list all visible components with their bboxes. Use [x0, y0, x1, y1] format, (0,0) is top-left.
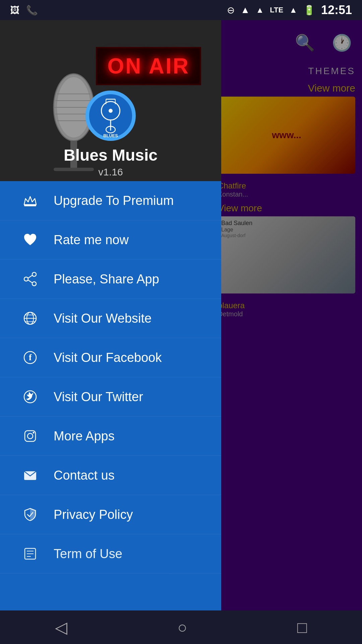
svg-point-25	[24, 277, 28, 281]
svg-point-24	[32, 282, 36, 286]
twitter-icon	[17, 389, 44, 404]
shield-icon	[17, 507, 44, 522]
instagram-icon	[17, 429, 44, 443]
menu-item-upgrade[interactable]: Upgrade To Premium	[0, 181, 221, 220]
svg-point-38	[33, 432, 35, 434]
phone-icon: 📞	[26, 5, 38, 16]
back-button[interactable]: ◁	[55, 618, 67, 637]
app-version: v1.16	[98, 166, 123, 178]
drawer-menu: Upgrade To Premium Rate me now	[0, 181, 221, 644]
upgrade-label: Upgrade To Premium	[54, 194, 174, 208]
app-title: Blues Music	[64, 146, 158, 164]
home-button[interactable]: ○	[177, 618, 187, 637]
menu-item-more-apps[interactable]: More Apps	[0, 417, 221, 456]
menu-item-rate[interactable]: Rate me now	[0, 220, 221, 260]
website-label: Visit Our Website	[54, 311, 152, 326]
globe-icon	[17, 311, 44, 326]
signal2-icon: ▲	[289, 5, 297, 15]
list-icon	[17, 546, 44, 561]
menu-item-terms[interactable]: Term of Use	[0, 534, 221, 574]
navigation-drawer: ON AIR BLUES Blues Music v1.16	[0, 20, 221, 644]
svg-rect-22	[24, 205, 36, 206]
status-right-icons: ⊖ ▲ ▲ LTE ▲ 🔋 12:51	[227, 3, 352, 17]
rate-label: Rate me now	[54, 233, 129, 247]
drawer-scrim[interactable]	[221, 20, 362, 610]
photo-icon: 🖼	[10, 5, 19, 16]
recent-button[interactable]: □	[297, 618, 307, 637]
share-label: Please, Share App	[54, 272, 159, 286]
svg-line-26	[28, 275, 32, 278]
crown-icon	[17, 193, 44, 208]
status-bar: 🖼 📞 ⊖ ▲ ▲ LTE ▲ 🔋 12:51	[0, 0, 362, 20]
svg-marker-21	[24, 197, 36, 205]
more-apps-label: More Apps	[54, 429, 115, 443]
svg-line-27	[28, 280, 32, 283]
svg-point-14	[109, 109, 113, 113]
battery-icon: 🔋	[303, 5, 315, 16]
svg-point-37	[27, 433, 33, 439]
wifi-icon: ▲	[241, 5, 250, 15]
facebook-label: Visit Our Facebook	[54, 351, 162, 365]
mail-icon	[17, 468, 44, 483]
on-air-sign: ON AIR	[96, 47, 201, 85]
heart-icon	[17, 232, 44, 247]
signal-icon: ▲	[256, 5, 264, 15]
do-not-disturb-icon: ⊖	[227, 5, 235, 16]
privacy-label: Privacy Policy	[54, 507, 133, 522]
twitter-label: Visit Our Twitter	[54, 390, 143, 404]
menu-item-twitter[interactable]: Visit Our Twitter	[0, 377, 221, 417]
app-logo: BLUES	[85, 91, 136, 141]
svg-text:BLUES: BLUES	[103, 133, 118, 138]
menu-item-website[interactable]: Visit Our Website	[0, 299, 221, 338]
contact-label: Contact us	[54, 468, 115, 483]
bottom-nav: ◁ ○ □	[0, 610, 362, 644]
status-left-icons: 🖼 📞	[10, 5, 38, 16]
svg-point-23	[32, 272, 36, 276]
lte-icon: LTE	[270, 6, 283, 14]
on-air-text: ON AIR	[107, 54, 190, 78]
share-icon	[17, 272, 44, 286]
svg-point-12	[88, 93, 133, 138]
svg-text:f: f	[29, 353, 32, 362]
terms-label: Term of Use	[54, 547, 122, 561]
facebook-icon: f	[17, 350, 44, 365]
menu-item-contact[interactable]: Contact us	[0, 456, 221, 495]
drawer-header: ON AIR BLUES Blues Music v1.16	[0, 20, 221, 181]
menu-item-privacy[interactable]: Privacy Policy	[0, 495, 221, 534]
menu-item-facebook[interactable]: f Visit Our Facebook	[0, 338, 221, 377]
menu-item-share[interactable]: Please, Share App	[0, 260, 221, 299]
svg-rect-10	[54, 168, 94, 171]
status-time: 12:51	[321, 3, 352, 17]
